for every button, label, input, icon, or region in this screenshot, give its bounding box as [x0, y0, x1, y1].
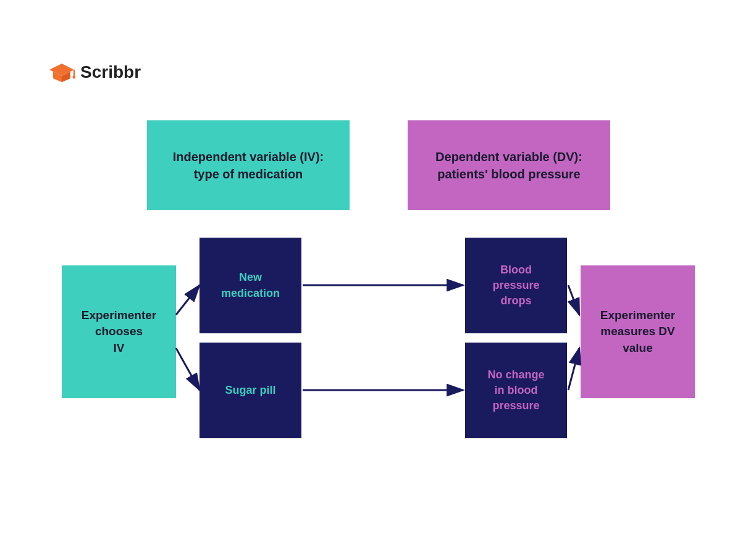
logo-text: Scribbr — [80, 62, 141, 82]
no-change-text: No changein bloodpressure — [487, 367, 544, 414]
new-medication-box: Newmedication — [200, 238, 301, 333]
experimenter-chooses-box: ExperimenterchoosesIV — [62, 265, 176, 398]
svg-line-9 — [568, 285, 579, 315]
iv-box-text: Independent variable (IV): type of medic… — [173, 148, 324, 183]
scribbr-logo-icon — [48, 59, 75, 86]
svg-point-2 — [73, 76, 76, 79]
measures-dv-box: Experimentermeasures DVvalue — [581, 265, 695, 398]
dv-box-text: Dependent variable (DV): patients' blood… — [435, 148, 582, 183]
logo-area: Scribbr — [48, 59, 141, 86]
svg-line-4 — [176, 285, 200, 331]
experimenter-chooses-text: ExperimenterchoosesIV — [82, 307, 156, 357]
svg-line-10 — [568, 348, 579, 390]
dv-box: Dependent variable (DV): patients' blood… — [408, 120, 610, 210]
no-change-box: No changein bloodpressure — [465, 343, 567, 438]
new-medication-text: Newmedication — [221, 270, 280, 301]
measures-dv-text: Experimentermeasures DVvalue — [600, 307, 675, 357]
iv-box: Independent variable (IV): type of medic… — [147, 120, 350, 210]
svg-line-5 — [176, 285, 200, 315]
svg-line-6 — [176, 348, 200, 390]
bp-drops-text: Bloodpressuredrops — [492, 262, 539, 309]
bp-drops-box: Bloodpressuredrops — [465, 238, 567, 333]
sugar-pill-text: Sugar pill — [225, 383, 275, 398]
sugar-pill-box: Sugar pill — [200, 343, 301, 438]
